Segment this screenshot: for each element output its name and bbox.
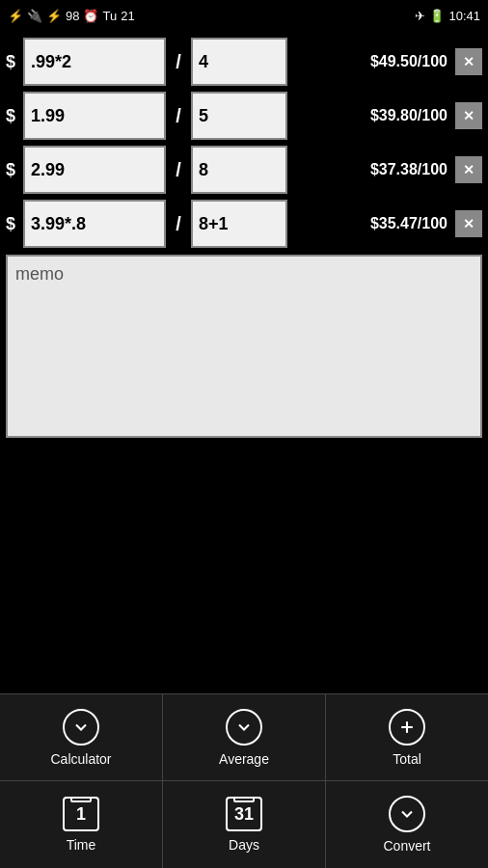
usb2-icon: ⚡ bbox=[46, 9, 62, 23]
days-number: 31 bbox=[234, 804, 254, 825]
result-4: $35.47/100 bbox=[295, 215, 451, 232]
nav-item-total[interactable]: Total bbox=[326, 694, 488, 780]
price-row-4: $ 3.99*.8 / 8+1 $35.47/100 ✕ bbox=[6, 199, 482, 249]
days-label: Days bbox=[229, 837, 259, 853]
price-row-3: $ 2.99 / 8 $37.38/100 ✕ bbox=[6, 145, 482, 195]
memo-placeholder: memo bbox=[15, 264, 64, 284]
qty-input-3[interactable]: 8 bbox=[191, 146, 287, 194]
result-3: $37.38/100 bbox=[295, 161, 451, 178]
result-1: $49.50/100 bbox=[295, 53, 451, 70]
qty-input-4[interactable]: 8+1 bbox=[191, 200, 287, 248]
qty-input-2[interactable]: 5 bbox=[191, 92, 287, 140]
calculator-icon bbox=[63, 709, 99, 746]
price-row-1: $ .99*2 / 4 $49.50/100 ✕ bbox=[6, 37, 482, 87]
main-content: $ .99*2 / 4 $49.50/100 ✕ $ 1.99 / 5 $39.… bbox=[0, 31, 488, 438]
bottom-nav: Calculator Average Total bbox=[0, 693, 488, 868]
day-label: Tu bbox=[102, 9, 117, 23]
nav-top-row: Calculator Average Total bbox=[0, 694, 488, 781]
nav-bottom-row: 1 Time 31 Days Convert bbox=[0, 781, 488, 868]
dollar-sign-4: $ bbox=[6, 214, 19, 234]
nav-item-convert[interactable]: Convert bbox=[326, 781, 488, 868]
alarm-icon: ⏰ bbox=[83, 9, 98, 23]
slash-1: / bbox=[172, 51, 185, 73]
airplane-icon: ✈ bbox=[415, 9, 425, 23]
close-btn-1[interactable]: ✕ bbox=[455, 48, 482, 75]
signal-icon: 🔌 bbox=[27, 9, 42, 23]
dollar-sign-3: $ bbox=[6, 160, 19, 180]
total-label: Total bbox=[393, 751, 421, 767]
price-row-2: $ 1.99 / 5 $39.80/100 ✕ bbox=[6, 91, 482, 141]
average-label: Average bbox=[219, 751, 269, 767]
nav-item-days[interactable]: 31 Days bbox=[163, 781, 326, 868]
calculator-label: Calculator bbox=[50, 751, 111, 767]
day-number: 21 bbox=[121, 9, 134, 23]
nav-item-calculator[interactable]: Calculator bbox=[0, 694, 163, 780]
slash-4: / bbox=[172, 213, 185, 235]
time-calendar-icon: 1 bbox=[63, 797, 99, 831]
memo-area[interactable]: memo bbox=[6, 255, 482, 438]
nav-item-average[interactable]: Average bbox=[163, 694, 326, 780]
slash-2: / bbox=[172, 105, 185, 127]
slash-3: / bbox=[172, 159, 185, 181]
bottom-spacer bbox=[0, 438, 488, 616]
close-btn-3[interactable]: ✕ bbox=[455, 156, 482, 183]
price-input-1[interactable]: .99*2 bbox=[23, 38, 166, 86]
time-number: 1 bbox=[76, 804, 86, 825]
usb-icon: ⚡ bbox=[8, 9, 23, 23]
total-icon bbox=[389, 709, 425, 746]
result-2: $39.80/100 bbox=[295, 107, 451, 124]
dollar-sign-1: $ bbox=[6, 52, 19, 72]
price-input-3[interactable]: 2.99 bbox=[23, 146, 166, 194]
days-calendar-icon: 31 bbox=[226, 797, 262, 831]
battery-percent: 98 bbox=[66, 9, 79, 23]
status-right: ✈ 🔋 10:41 bbox=[415, 9, 480, 23]
qty-input-1[interactable]: 4 bbox=[191, 38, 287, 86]
time-label: Time bbox=[67, 837, 96, 853]
status-bar: ⚡ 🔌 ⚡ 98 ⏰ Tu 21 ✈ 🔋 10:41 bbox=[0, 0, 488, 31]
close-btn-2[interactable]: ✕ bbox=[455, 102, 482, 129]
convert-label: Convert bbox=[383, 838, 430, 854]
time-display: 10:41 bbox=[448, 9, 480, 23]
close-btn-4[interactable]: ✕ bbox=[455, 210, 482, 237]
nav-item-time[interactable]: 1 Time bbox=[0, 781, 163, 868]
convert-icon bbox=[389, 796, 425, 832]
price-input-2[interactable]: 1.99 bbox=[23, 92, 166, 140]
battery-icon: 🔋 bbox=[429, 9, 445, 23]
price-input-4[interactable]: 3.99*.8 bbox=[23, 200, 166, 248]
average-icon bbox=[226, 709, 262, 746]
dollar-sign-2: $ bbox=[6, 106, 19, 126]
status-left: ⚡ 🔌 ⚡ 98 ⏰ Tu 21 bbox=[8, 9, 135, 23]
